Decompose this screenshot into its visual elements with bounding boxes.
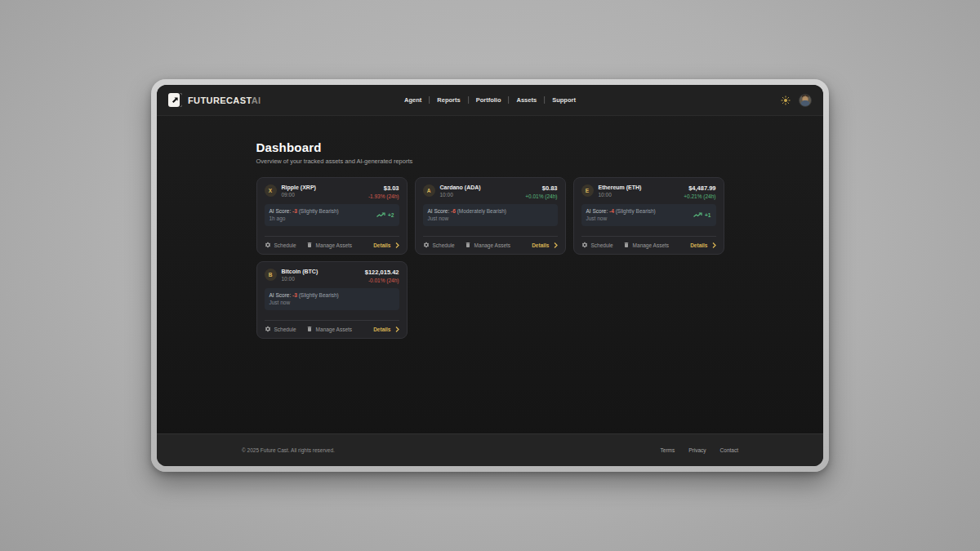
details-button[interactable]: Details [532, 242, 557, 248]
coin-time: 10:00 [440, 192, 481, 198]
schedule-button[interactable]: Schedule [265, 242, 296, 248]
top-navbar: FUTURECASTAI Agent Reports Portfolio Ass… [157, 85, 823, 116]
ai-score-label: (Slightly Bearish) [299, 292, 339, 298]
coin-time: 10:00 [282, 276, 318, 282]
trash-icon [306, 242, 313, 248]
coin-name: Bitcoin (BTC) [282, 269, 318, 274]
ai-score-value: -4 [609, 208, 614, 214]
chevron-right-icon [554, 242, 558, 248]
coin-price: $122,015.42 [365, 269, 399, 276]
ai-score-strip: AI Score: -6 (Moderately Bearish) Just n… [423, 204, 558, 226]
browser-window-frame: FUTURECASTAI Agent Reports Portfolio Ass… [151, 79, 829, 472]
coin-avatar: E [581, 184, 594, 197]
trend-up-icon [376, 212, 385, 218]
ai-score-prefix: AI Score: [270, 292, 292, 298]
brand-logo[interactable]: FUTURECASTAI [168, 93, 261, 107]
nav-item-portfolio[interactable]: Portfolio [469, 96, 509, 104]
ai-score-value: -3 [292, 208, 297, 214]
trash-icon [623, 242, 630, 248]
asset-card-ethereum[interactable]: E Ethereum (ETH) 10:00 $4,487.99 +0.21% … [573, 177, 724, 255]
asset-card-ripple[interactable]: X Ripple (XRP) 09:00 $3.03 -1.93% (24h) [256, 177, 408, 255]
ai-score-delta: +1 [693, 212, 710, 218]
manage-assets-button[interactable]: Manage Assets [306, 326, 352, 332]
theme-toggle-button[interactable] [781, 96, 791, 105]
details-label: Details [373, 242, 390, 248]
ai-score-prefix: AI Score: [270, 208, 292, 214]
manage-assets-label: Manage Assets [474, 242, 510, 248]
nav-item-support[interactable]: Support [545, 96, 583, 104]
brand-name-main: FUTURECAST [188, 96, 252, 105]
details-button[interactable]: Details [373, 327, 399, 332]
asset-card-grid: X Ripple (XRP) 09:00 $3.03 -1.93% (24h) [256, 177, 724, 339]
coin-avatar: B [265, 269, 277, 281]
manage-assets-label: Manage Assets [316, 327, 352, 332]
nav-item-agent[interactable]: Agent [397, 96, 429, 104]
schedule-button[interactable]: Schedule [265, 326, 296, 332]
details-button[interactable]: Details [690, 242, 715, 248]
ai-score-prefix: AI Score: [428, 208, 450, 214]
gear-icon [265, 326, 271, 332]
copyright-text: © 2025 Future Cast. All rights reserved. [242, 447, 335, 453]
manage-assets-button[interactable]: Manage Assets [306, 242, 352, 248]
coin-avatar: A [423, 184, 435, 197]
sun-icon [781, 96, 791, 105]
app-footer: © 2025 Future Cast. All rights reserved.… [157, 433, 823, 466]
details-button[interactable]: Details [373, 242, 399, 248]
coin-name: Ethereum (ETH) [599, 184, 642, 190]
nav-item-assets[interactable]: Assets [510, 96, 545, 104]
ai-delta-value: +2 [388, 212, 394, 218]
footer-link-terms[interactable]: Terms [661, 447, 675, 453]
app-window: FUTURECASTAI Agent Reports Portfolio Ass… [157, 85, 823, 466]
price-change: -1.93% (24h) [368, 193, 399, 199]
schedule-label: Schedule [591, 242, 613, 248]
details-label: Details [532, 242, 549, 248]
main-nav: Agent Reports Portfolio Assets Support [397, 85, 583, 115]
schedule-label: Schedule [433, 242, 455, 248]
footer-link-privacy[interactable]: Privacy [688, 447, 706, 453]
ai-score-updated: Just now [428, 215, 506, 222]
brand-logo-icon [168, 93, 182, 107]
schedule-button[interactable]: Schedule [423, 242, 455, 248]
ai-score-strip: AI Score: -3 (Slightly Bearish) 1h ago +… [265, 204, 399, 226]
gear-icon [423, 242, 430, 248]
asset-card-bitcoin[interactable]: B Bitcoin (BTC) 10:00 $122,015.42 -0.01%… [256, 261, 408, 339]
manage-assets-label: Manage Assets [633, 242, 669, 248]
schedule-label: Schedule [274, 242, 296, 248]
ai-score-delta: +2 [376, 212, 394, 218]
footer-links: Terms Privacy Contact [661, 447, 738, 453]
ai-score-prefix: AI Score: [586, 208, 608, 214]
trash-icon [465, 242, 471, 248]
gear-icon [265, 242, 271, 248]
chevron-right-icon [395, 327, 399, 332]
schedule-button[interactable]: Schedule [581, 242, 613, 248]
ai-score-label: (Moderately Bearish) [457, 208, 506, 214]
ai-score-value: -3 [292, 292, 297, 298]
coin-price: $3.03 [368, 184, 399, 192]
coin-price: $4,487.99 [684, 184, 715, 192]
chevron-right-icon [395, 242, 399, 248]
coin-name: Cardano (ADA) [440, 184, 481, 190]
coin-avatar: X [265, 184, 277, 197]
manage-assets-button[interactable]: Manage Assets [623, 242, 669, 248]
coin-price: $0.83 [525, 184, 557, 192]
ai-score-label: (Slightly Bearish) [299, 208, 339, 214]
ai-score-strip: AI Score: -4 (Slightly Bearish) Just now… [581, 204, 716, 226]
header-right-group [781, 94, 812, 107]
footer-link-contact[interactable]: Contact [720, 447, 738, 453]
asset-card-cardano[interactable]: A Cardano (ADA) 10:00 $0.83 +0.01% (24h) [415, 177, 566, 255]
schedule-label: Schedule [274, 327, 296, 332]
nav-item-reports[interactable]: Reports [430, 96, 467, 104]
ai-score-value: -6 [451, 208, 456, 214]
details-label: Details [690, 242, 707, 248]
gear-icon [581, 242, 588, 248]
price-change: +0.01% (24h) [525, 193, 557, 199]
manage-assets-button[interactable]: Manage Assets [465, 242, 510, 248]
main-content: Dashboard Overview of your tracked asset… [157, 116, 823, 433]
ai-delta-value: +1 [705, 212, 710, 218]
page-subtitle: Overview of your tracked assets and AI-g… [256, 158, 724, 165]
price-change: +0.21% (24h) [684, 193, 715, 199]
price-change: -0.01% (24h) [365, 278, 399, 283]
brand-name: FUTURECASTAI [188, 96, 261, 105]
user-avatar[interactable] [799, 94, 812, 107]
ai-score-updated: 1h ago [270, 215, 339, 222]
